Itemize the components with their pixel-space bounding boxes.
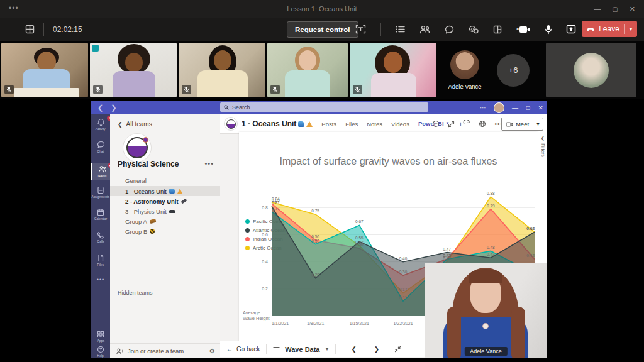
presenter-silhouette bbox=[425, 263, 547, 358]
svg-text:0.6: 0.6 bbox=[262, 233, 268, 237]
rail-item-teams[interactable]: ● Teams bbox=[91, 163, 111, 180]
participant-name: Adele Vance bbox=[448, 83, 481, 90]
meeting-window: ••• Lesson 1: Oceans Unit — ▢ ✕ 02:02:15… bbox=[0, 0, 644, 362]
participant-avatar-block[interactable]: Adele Vance bbox=[439, 43, 491, 97]
app-maximize-icon[interactable]: ▢ bbox=[526, 105, 531, 111]
telescope-emoji-icon bbox=[180, 199, 187, 204]
next-page-icon[interactable]: ❯ bbox=[374, 346, 379, 353]
reactions-icon[interactable] bbox=[469, 25, 479, 34]
channel-group-a[interactable]: Group A bbox=[110, 216, 220, 226]
rail-item-assignments[interactable]: Assignments bbox=[91, 186, 110, 199]
prev-page-icon[interactable]: ❮ bbox=[351, 346, 356, 353]
video-tile-student-2[interactable] bbox=[90, 43, 177, 97]
breakout-rooms-icon[interactable] bbox=[493, 25, 502, 34]
rail-item-calls[interactable]: Calls bbox=[91, 231, 110, 243]
leave-button[interactable]: Leave ▼ bbox=[582, 21, 637, 37]
team-avatar[interactable] bbox=[123, 133, 152, 162]
svg-text:1/22/2021: 1/22/2021 bbox=[393, 321, 413, 326]
back-arrow-icon: ← bbox=[226, 346, 233, 353]
meet-chevron-icon[interactable]: ▼ bbox=[533, 120, 543, 128]
filters-collapse-icon[interactable]: ❮ bbox=[541, 136, 545, 141]
app-minimize-icon[interactable]: — bbox=[512, 104, 518, 111]
toolbar-divider bbox=[43, 23, 44, 36]
files-icon bbox=[97, 254, 104, 262]
flask-icon bbox=[226, 119, 236, 129]
legend-dot bbox=[245, 228, 250, 233]
teams-left-rail: 13 Activity Chat ● Teams Assignments bbox=[91, 114, 110, 358]
tab-posts[interactable]: Posts bbox=[321, 115, 336, 133]
participants-icon[interactable] bbox=[419, 25, 430, 34]
manage-teams-gear-icon[interactable]: ⚙ bbox=[209, 348, 215, 354]
join-create-team-button[interactable]: Join or create a team ⚙ bbox=[110, 343, 220, 358]
collapse-view-icon[interactable] bbox=[394, 346, 401, 353]
chat-icon[interactable] bbox=[445, 25, 454, 34]
rail-item-help[interactable]: Help bbox=[91, 346, 110, 358]
close-icon[interactable]: ✕ bbox=[630, 5, 635, 13]
sandwich-emoji-icon bbox=[149, 219, 156, 224]
team-sidebar: ❮ All teams Physical Science ••• General… bbox=[110, 114, 221, 358]
rail-item-files[interactable]: Files bbox=[91, 254, 110, 266]
maximize-icon[interactable]: ▢ bbox=[612, 6, 618, 13]
svg-text:1/15/2021: 1/15/2021 bbox=[350, 321, 369, 326]
wave-emoji-icon bbox=[169, 189, 175, 194]
rail-item-chat[interactable]: Chat bbox=[91, 141, 110, 153]
search-input[interactable]: Search bbox=[220, 102, 428, 112]
channel-physics-unit[interactable]: 3 - Physics Unit bbox=[110, 206, 220, 216]
tab-notes[interactable]: Notes bbox=[367, 115, 382, 133]
breakout-grid-icon[interactable] bbox=[25, 25, 35, 34]
rail-item-more[interactable]: ••• bbox=[91, 277, 110, 283]
globe-icon[interactable] bbox=[479, 120, 486, 128]
rail-item-calendar[interactable]: Calendar bbox=[91, 209, 110, 221]
refresh-icon[interactable] bbox=[463, 120, 470, 128]
channel-astronomy-unit[interactable]: 2 - Astronomy Unit bbox=[110, 196, 220, 206]
channel-group-b[interactable]: Group B bbox=[110, 226, 220, 236]
user-avatar[interactable] bbox=[494, 102, 504, 113]
video-tile-student-5[interactable] bbox=[350, 43, 436, 97]
rail-item-activity[interactable]: 13 Activity bbox=[91, 118, 110, 131]
svg-text:0.79: 0.79 bbox=[487, 204, 495, 208]
nav-forward-icon[interactable]: ❯ bbox=[111, 104, 116, 112]
video-tile-self[interactable] bbox=[546, 43, 636, 97]
live-captions-icon[interactable] bbox=[355, 25, 366, 34]
teams-app-titlebar: ❮ ❯ Search ⋯ — ▢ ✕ bbox=[91, 101, 547, 114]
dataset-selector[interactable]: Wave Data ▼ bbox=[273, 346, 329, 353]
hidden-teams-link[interactable]: Hidden teams bbox=[118, 290, 153, 296]
agenda-list-icon[interactable] bbox=[396, 25, 405, 33]
video-tile-student-1[interactable] bbox=[1, 43, 88, 97]
share-screen-icon[interactable] bbox=[566, 25, 576, 34]
svg-text:0.42: 0.42 bbox=[526, 253, 535, 258]
overflow-participants[interactable]: +6 bbox=[494, 43, 532, 97]
mic-muted-icon bbox=[182, 85, 191, 94]
mic-icon[interactable] bbox=[545, 25, 552, 35]
all-teams-back-link[interactable]: ❮ All teams bbox=[118, 121, 152, 128]
tab-videos[interactable]: Videos bbox=[391, 115, 409, 133]
dataset-chevron-icon: ▼ bbox=[325, 347, 329, 351]
request-control-button[interactable]: Request control bbox=[287, 21, 358, 38]
tab-files[interactable]: Files bbox=[345, 115, 358, 133]
team-options-icon[interactable]: ••• bbox=[204, 160, 214, 167]
minimize-icon[interactable]: — bbox=[594, 5, 601, 13]
channel-general[interactable]: General bbox=[110, 175, 220, 186]
rail-item-apps[interactable]: Apps bbox=[91, 331, 110, 343]
channel-header: 1 - Oceans Unit Posts Files Notes Videos… bbox=[220, 114, 547, 134]
avatar bbox=[574, 53, 609, 88]
app-close-icon[interactable]: ✕ bbox=[538, 104, 543, 111]
video-tile-student-4[interactable] bbox=[267, 43, 348, 97]
video-tile-student-3[interactable] bbox=[179, 43, 265, 97]
camera-icon[interactable] bbox=[519, 25, 531, 34]
conversation-icon[interactable] bbox=[432, 120, 440, 128]
mic-muted-icon bbox=[93, 85, 103, 94]
meeting-title: Lesson 1: Oceans Unit bbox=[287, 5, 357, 13]
app-more-icon[interactable]: ⋯ bbox=[480, 104, 486, 111]
nav-back-icon[interactable]: ❮ bbox=[97, 104, 103, 112]
channel-oceans-unit[interactable]: 1 - Oceans Unit bbox=[110, 186, 220, 196]
titlebar-more-icon[interactable]: ••• bbox=[9, 4, 19, 13]
leave-options-chevron-icon[interactable]: ▼ bbox=[624, 24, 637, 34]
svg-text:0.2: 0.2 bbox=[262, 287, 268, 291]
go-back-button[interactable]: ← Go back bbox=[226, 346, 260, 353]
expand-tab-icon[interactable] bbox=[448, 121, 455, 128]
student-silhouette bbox=[179, 43, 265, 97]
presenter-video-overlay[interactable]: Adele Vance bbox=[425, 263, 547, 358]
join-team-icon bbox=[116, 348, 124, 354]
meet-button[interactable]: Meet ▼ bbox=[501, 118, 543, 131]
